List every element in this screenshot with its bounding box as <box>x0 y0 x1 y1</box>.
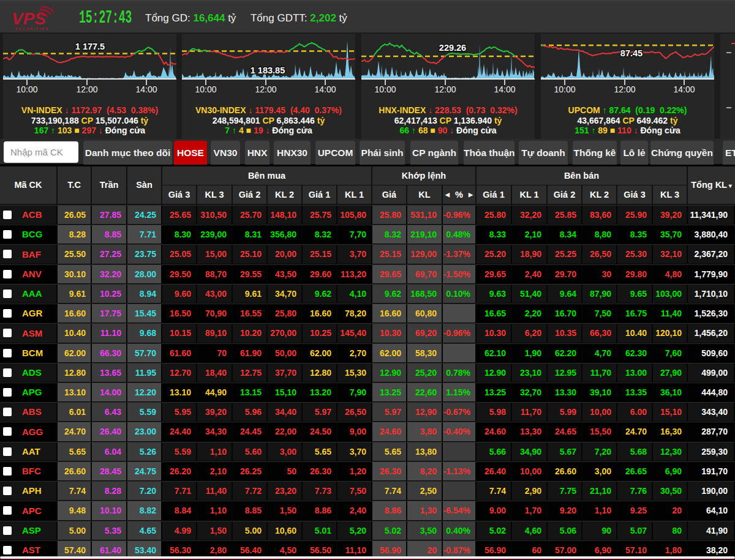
svg-text:12:00: 12:00 <box>76 84 97 94</box>
svg-text:10:00: 10:00 <box>195 84 216 94</box>
svg-text:SECURITIES: SECURITIES <box>15 27 49 31</box>
svg-text:14:00: 14:00 <box>135 84 157 94</box>
svg-text:14:00: 14:00 <box>673 84 695 94</box>
svg-text:12:00: 12:00 <box>614 84 635 94</box>
svg-text:10:00: 10:00 <box>554 84 575 94</box>
svg-text:12:00: 12:00 <box>255 84 276 94</box>
svg-text:87.45: 87.45 <box>620 48 643 58</box>
svg-text:14:00: 14:00 <box>494 84 515 94</box>
svg-text:229.26: 229.26 <box>439 43 466 53</box>
svg-text:1 183.85: 1 183.85 <box>251 65 285 75</box>
svg-text:10:00: 10:00 <box>374 84 396 94</box>
svg-text:12:00: 12:00 <box>434 84 456 94</box>
svg-text:10:00: 10:00 <box>16 84 37 94</box>
svg-text:1 177.5: 1 177.5 <box>75 42 105 51</box>
svg-text:14:00: 14:00 <box>314 84 336 94</box>
